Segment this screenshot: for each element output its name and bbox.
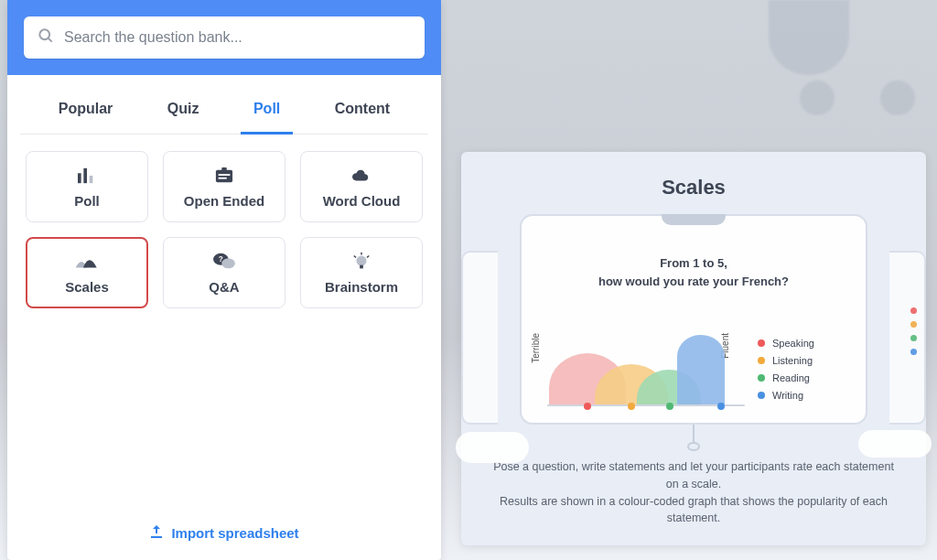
scales-chart: Terrible Fluent Speaking Listening [544, 324, 853, 406]
svg-point-12 [356, 255, 366, 265]
search-input[interactable] [64, 29, 412, 46]
svg-rect-6 [221, 167, 226, 171]
question-type-grid: Poll Open Ended Word Cloud [7, 135, 441, 508]
tab-content[interactable]: Content [322, 84, 403, 135]
qa-icon: ? [211, 252, 237, 272]
card-brainstorm[interactable]: Brainstorm [300, 237, 423, 308]
poll-icon [74, 166, 100, 186]
card-poll[interactable]: Poll [26, 151, 148, 222]
card-word-cloud[interactable]: Word Cloud [300, 151, 423, 222]
svg-point-10 [221, 258, 235, 268]
svg-point-0 [39, 29, 49, 39]
card-label: Poll [74, 193, 100, 209]
svg-rect-13 [360, 264, 363, 268]
scales-icon [74, 252, 100, 272]
svg-rect-3 [83, 167, 87, 182]
upload-icon [149, 524, 164, 542]
open-ended-icon [211, 166, 237, 186]
preview-panel: Scales From 1 to 5, how would you rate y… [461, 152, 926, 545]
preview-question-heading: From 1 to 5, how would you rate your Fre… [534, 254, 853, 290]
preview-screen-wrap: From 1 to 5, how would you rate your Fre… [485, 214, 902, 425]
brainstorm-icon [349, 252, 374, 272]
preview-screen: From 1 to 5, how would you rate your Fre… [520, 214, 867, 425]
search-box[interactable] [24, 16, 425, 59]
category-tabs: Popular Quiz Poll Content [20, 84, 428, 135]
preview-description: Pose a question, write statements and le… [485, 451, 902, 527]
search-icon [37, 27, 55, 48]
search-bar-wrap [7, 0, 441, 75]
screen-stand-base [687, 442, 700, 451]
card-scales[interactable]: Scales [26, 237, 148, 308]
card-label: Scales [65, 279, 109, 295]
svg-rect-4 [90, 176, 93, 183]
axis-label-low: Terrible [531, 333, 541, 363]
preview-side-card-left [461, 251, 498, 425]
svg-line-1 [48, 38, 52, 42]
cloud-icon [349, 166, 374, 186]
svg-rect-2 [78, 173, 81, 183]
chart-legend: Speaking Listening Reading Writing [758, 338, 814, 406]
screen-notch [662, 214, 726, 225]
screen-stand [693, 425, 695, 444]
card-label: Open Ended [184, 193, 264, 209]
tab-popular[interactable]: Popular [46, 84, 126, 135]
svg-rect-5 [216, 169, 232, 182]
svg-line-15 [354, 255, 356, 257]
card-label: Brainstorm [325, 279, 398, 295]
question-type-panel: Popular Quiz Poll Content Poll [7, 0, 441, 560]
card-open-ended[interactable]: Open Ended [163, 151, 285, 222]
svg-rect-8 [219, 177, 227, 178]
preview-side-card-right [889, 251, 926, 425]
card-label: Word Cloud [323, 193, 401, 209]
preview-title: Scales [485, 176, 902, 199]
card-qa[interactable]: ? Q&A [163, 237, 285, 308]
svg-text:?: ? [219, 255, 223, 264]
tab-poll[interactable]: Poll [241, 84, 293, 135]
import-label: Import spreadsheet [171, 525, 298, 541]
svg-line-16 [367, 255, 369, 257]
card-label: Q&A [209, 279, 239, 295]
svg-rect-7 [219, 174, 231, 176]
tab-quiz[interactable]: Quiz [155, 84, 212, 135]
import-spreadsheet-button[interactable]: Import spreadsheet [7, 508, 441, 560]
